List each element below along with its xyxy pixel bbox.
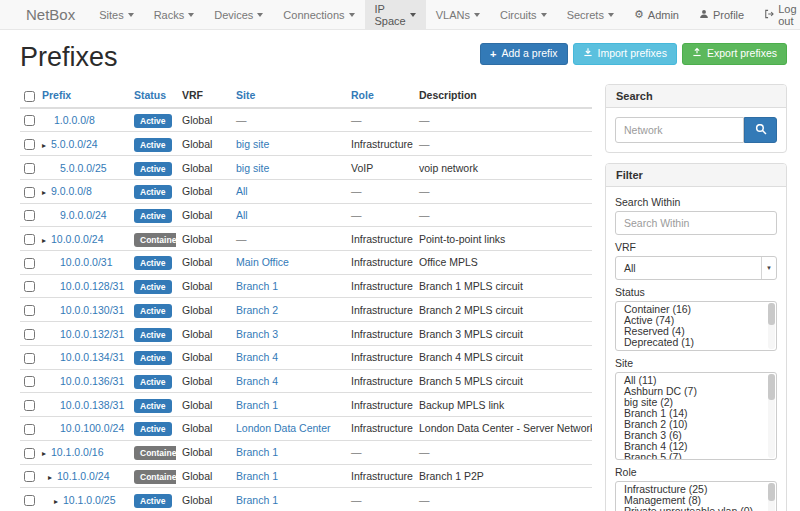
nav-item-racks[interactable]: Racks [144,0,205,29]
site-link[interactable]: All [236,209,248,221]
export-prefixes-button[interactable]: Export prefixes [682,43,787,65]
prefix-link[interactable]: 10.0.0.132/31 [60,328,124,340]
site-link[interactable]: Branch 1 [236,446,278,458]
row-checkbox[interactable] [24,329,35,340]
table-row: 10.0.0.136/31 Active Global Branch 4 Inf… [20,369,592,393]
nav-item-vlans[interactable]: VLANs [426,0,490,29]
row-checkbox[interactable] [24,471,35,482]
prefix-link[interactable]: 5.0.0.0/25 [60,162,107,174]
site-link[interactable]: Branch 4 [236,375,278,387]
prefix-link[interactable]: 5.0.0.0/24 [51,138,98,150]
row-checkbox[interactable] [24,187,35,198]
scrollbar-thumb[interactable] [768,303,775,325]
site-link[interactable]: Branch 4 [236,351,278,363]
role-value: — [345,108,413,132]
row-checkbox[interactable] [24,115,35,126]
site-link[interactable]: big site [236,162,269,174]
prefix-link[interactable]: 10.0.100.0/24 [60,422,124,434]
prefix-link[interactable]: 9.0.0.0/8 [51,185,92,197]
row-checkbox[interactable] [24,448,35,459]
filter-option[interactable]: Branch 5 (7) [616,452,776,460]
description-value: Branch 1 P2P [413,464,592,488]
row-checkbox[interactable] [24,258,35,269]
search-input[interactable] [615,117,744,143]
site-link[interactable]: London Data Center [236,422,331,434]
prefix-link[interactable]: 10.0.0.138/31 [60,399,124,411]
role-filter-list[interactable]: Infrastructure (25)Management (8)Private… [615,481,777,511]
prefix-link[interactable]: 10.0.0.134/31 [60,351,124,363]
site-link[interactable]: Branch 1 [236,470,278,482]
table-row: 10.0.0.0/31 Active Global Main Office In… [20,251,592,275]
vrf-value: Global [176,488,230,511]
nav-item-sites[interactable]: Sites [89,0,143,29]
admin-menu-item[interactable]: ⚙ Admin [624,0,689,29]
nav-item-connections[interactable]: Connections [273,0,364,29]
vrf-select[interactable]: All ▼ [615,256,777,280]
prefix-link[interactable]: 10.0.0.0/24 [51,233,104,245]
site-link[interactable]: Branch 2 [236,304,278,316]
filter-option[interactable]: Private unrouteable vlan (0) [616,506,776,511]
empty-placeholder: — [236,114,247,126]
prefix-link[interactable]: 10.0.0.130/31 [60,304,124,316]
add-prefix-button[interactable]: + Add a prefix [480,43,567,65]
row-checkbox[interactable] [24,400,35,411]
prefix-link[interactable]: 10.0.0.136/31 [60,375,124,387]
profile-menu-item[interactable]: Profile [689,0,754,29]
logout-menu-item[interactable]: Log out [754,0,800,29]
vrf-value: Global [176,251,230,275]
status-badge: Container [134,470,176,484]
brand-logo[interactable]: NetBox [26,0,89,29]
prefix-link[interactable]: 10.1.0.0/24 [57,470,110,482]
site-link[interactable]: All [236,185,248,197]
site-link[interactable]: Branch 1 [236,399,278,411]
prefix-link[interactable]: 1.0.0.0/8 [54,114,95,126]
table-row: 10.0.0.132/31 Active Global Branch 3 Inf… [20,322,592,346]
site-link[interactable]: Main Office [236,256,289,268]
vrf-selected-value: All [624,262,636,274]
site-filter-list[interactable]: All (11)Ashburn DC (7)big site (2)Branch… [615,372,777,460]
nav-item-label: Sites [99,9,123,21]
filter-option[interactable]: Deprecated (1) [616,337,776,348]
row-checkbox[interactable] [24,353,35,364]
search-button[interactable] [744,117,777,143]
site-link[interactable]: Branch 1 [236,494,278,506]
scrollbar-thumb[interactable] [768,374,775,400]
site-link[interactable]: Branch 3 [236,328,278,340]
import-prefixes-button[interactable]: Import prefixes [573,43,677,65]
row-checkbox[interactable] [24,495,35,506]
scrollbar-thumb[interactable] [768,483,775,501]
table-row: 10.0.0.138/31 Active Global Branch 1 Inf… [20,393,592,417]
vrf-value: Global [176,274,230,298]
row-checkbox[interactable] [24,305,35,316]
prefix-link[interactable]: 10.1.0.0/25 [63,494,116,506]
site-link[interactable]: big site [236,138,269,150]
nav-item-label: VLANs [436,9,470,21]
status-filter-list[interactable]: Container (16)Active (74)Reserved (4)Dep… [615,301,777,351]
nav-item-ip-space[interactable]: IP Space [365,0,426,29]
row-checkbox[interactable] [24,424,35,435]
column-header-status[interactable]: Status [134,89,166,101]
column-header-site[interactable]: Site [236,89,255,101]
prefix-link[interactable]: 9.0.0.0/24 [60,209,107,221]
select-all-checkbox[interactable] [24,91,35,102]
status-badge: Active [134,351,172,365]
column-header-prefix[interactable]: Prefix [42,89,71,101]
row-checkbox[interactable] [24,139,35,150]
nav-item-secrets[interactable]: Secrets [557,0,624,29]
nav-item-circuits[interactable]: Circuits [490,0,557,29]
vrf-value: Global [176,464,230,488]
row-checkbox[interactable] [24,163,35,174]
description-value: voip network [413,156,592,180]
nav-item-devices[interactable]: Devices [204,0,273,29]
prefix-link[interactable]: 10.1.0.0/16 [51,446,104,458]
role-value: — [345,203,413,227]
search-within-input[interactable] [615,211,777,235]
prefix-link[interactable]: 10.0.0.0/31 [60,256,113,268]
site-link[interactable]: Branch 1 [236,280,278,292]
column-header-role[interactable]: Role [351,89,374,101]
row-checkbox[interactable] [24,281,35,292]
prefix-link[interactable]: 10.0.0.128/31 [60,280,124,292]
row-checkbox[interactable] [24,210,35,221]
row-checkbox[interactable] [24,234,35,245]
row-checkbox[interactable] [24,376,35,387]
